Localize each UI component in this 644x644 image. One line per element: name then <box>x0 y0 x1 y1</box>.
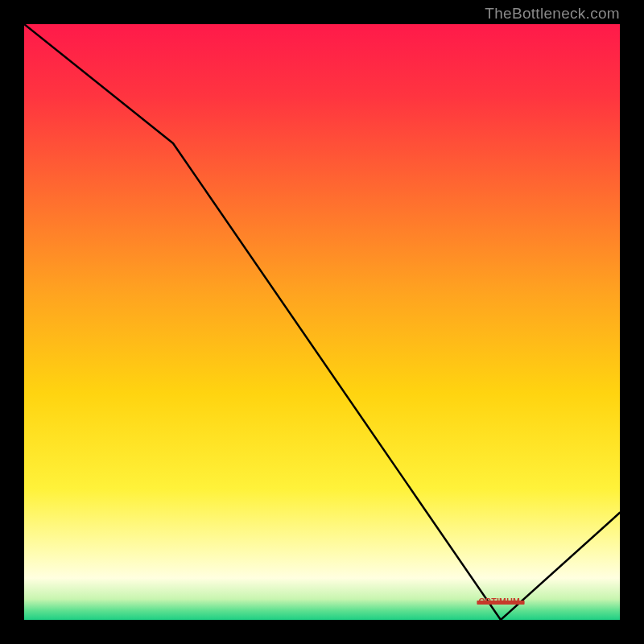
chart-svg: OPTIMUM <box>24 24 620 620</box>
plot-area: OPTIMUM <box>24 24 620 620</box>
optimum-label: OPTIMUM <box>478 597 520 606</box>
gradient-background <box>24 24 620 620</box>
attribution-text: TheBottleneck.com <box>485 5 620 23</box>
chart-stage: TheBottleneck.com OPTIMUM <box>0 0 644 644</box>
